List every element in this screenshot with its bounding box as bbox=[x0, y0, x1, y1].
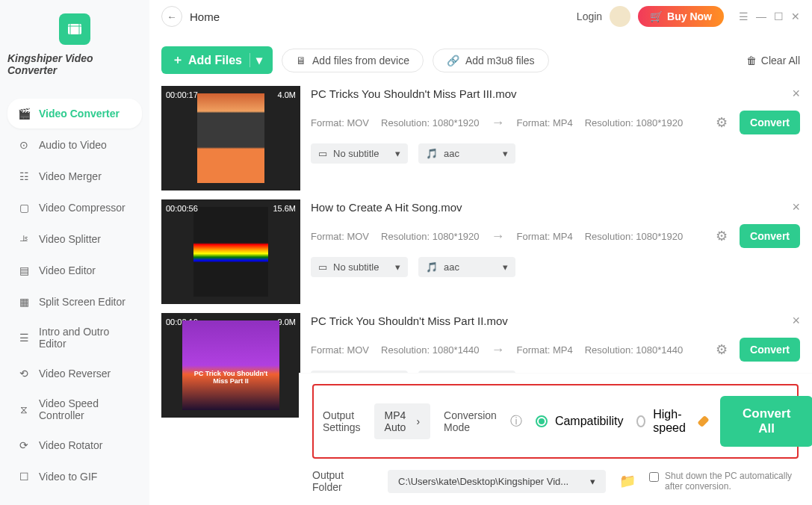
preview-icon bbox=[197, 93, 264, 183]
actionbar: ＋Add Files▾ 🖥Add files from device 🔗Add … bbox=[149, 33, 812, 80]
audio-icon: 🎵 bbox=[426, 261, 438, 273]
sidebar-item-video-merger[interactable]: ☷Video Merger bbox=[7, 161, 142, 191]
convert-all-button[interactable]: Convert All bbox=[720, 396, 812, 447]
sidebar-item-video-editor[interactable]: ▤Video Editor bbox=[7, 255, 142, 285]
remove-file-button[interactable]: × bbox=[792, 86, 800, 102]
open-folder-button[interactable]: 📁 bbox=[619, 473, 636, 489]
login-link[interactable]: Login bbox=[577, 10, 602, 22]
convert-button[interactable]: Convert bbox=[740, 111, 800, 134]
logo-icon bbox=[59, 13, 90, 45]
shutdown-checkbox[interactable]: Shut down the PC automatically after con… bbox=[649, 471, 799, 492]
menu-icon[interactable]: ☰ bbox=[739, 10, 749, 22]
plus-icon: ＋ bbox=[172, 52, 184, 68]
gif-icon: ☐ bbox=[16, 469, 31, 484]
audio-value: aac bbox=[444, 148, 459, 159]
duration-badge: 00:00:17 bbox=[166, 90, 198, 99]
back-button[interactable]: ← bbox=[161, 6, 182, 27]
chevron-down-icon: ▾ bbox=[503, 261, 508, 273]
premium-icon bbox=[697, 415, 709, 427]
avatar[interactable] bbox=[610, 6, 630, 27]
nav-label: Split Screen Editor bbox=[39, 296, 125, 308]
film-icon: 🎬 bbox=[16, 106, 31, 121]
sidebar-item-intro-outro[interactable]: ☰Intro and Outro Editor bbox=[7, 318, 142, 357]
nav-label: Video Merger bbox=[39, 170, 102, 182]
merge-icon: ☷ bbox=[16, 169, 31, 184]
subtitle-dropdown[interactable]: ▭No subtitle▾ bbox=[311, 143, 408, 164]
settings-icon[interactable]: ⚙ bbox=[716, 114, 728, 131]
convert-button[interactable]: Convert bbox=[740, 338, 800, 362]
sidebar-item-video-splitter[interactable]: ⫡Video Splitter bbox=[7, 224, 142, 254]
preview-icon bbox=[193, 207, 268, 297]
logo: Kingshiper Video Converter bbox=[0, 13, 149, 76]
settings-icon[interactable]: ⚙ bbox=[716, 341, 728, 358]
sub-icon: ▭ bbox=[318, 261, 327, 273]
output-format-dropdown[interactable]: MP4 Auto› bbox=[374, 403, 430, 439]
compress-icon: ▢ bbox=[16, 200, 31, 215]
in-format: Format: MOV bbox=[311, 344, 369, 356]
in-format: Format: MOV bbox=[311, 231, 369, 242]
subtitle-dropdown[interactable]: ▭No subtitle▾ bbox=[311, 257, 408, 277]
chevron-down-icon: ▾ bbox=[395, 148, 400, 159]
size-badge: 4.0M bbox=[278, 90, 296, 99]
chevron-down-icon[interactable]: ▾ bbox=[250, 53, 262, 67]
folder-value: C:\Users\kate\Desktop\Kingshiper Vid... bbox=[398, 476, 568, 487]
sidebar-item-video-rotator[interactable]: ⟳Video Rotator bbox=[7, 430, 142, 460]
sidebar-item-split-screen[interactable]: ▦Split Screen Editor bbox=[7, 287, 142, 317]
in-resolution: Resolution: 1080*1920 bbox=[381, 231, 480, 242]
highspeed-radio[interactable]: High-speed bbox=[636, 408, 707, 435]
nav-label: Video Converter bbox=[39, 108, 120, 120]
subtitle-value: No subtitle bbox=[333, 148, 379, 159]
minimize-icon[interactable]: — bbox=[756, 10, 766, 22]
compat-radio[interactable]: Campatibility bbox=[536, 415, 624, 428]
thumbnail[interactable]: 00:00:16 9.0M bbox=[161, 313, 300, 418]
sidebar-item-video-to-gif[interactable]: ☐Video to GIF bbox=[7, 462, 142, 492]
nav-label: Video Rotator bbox=[39, 439, 102, 451]
audio-dropdown[interactable]: 🎵aac▾ bbox=[418, 257, 515, 277]
remove-file-button[interactable]: × bbox=[792, 313, 800, 329]
radio-icon bbox=[536, 415, 548, 427]
add-m3u8-button[interactable]: 🔗Add m3u8 files bbox=[433, 49, 549, 72]
conversion-mode-label: Conversion Mode bbox=[444, 409, 497, 433]
out-resolution: Resolution: 1080*1920 bbox=[585, 117, 684, 128]
nav-label: Intro and Outro Editor bbox=[39, 326, 133, 350]
audio-dropdown[interactable]: 🎵aac▾ bbox=[418, 143, 515, 164]
in-resolution: Resolution: 1080*1920 bbox=[381, 117, 480, 128]
speed-icon: ⧖ bbox=[16, 402, 31, 417]
output-folder-dropdown[interactable]: C:\Users\kate\Desktop\Kingshiper Vid...▾ bbox=[388, 470, 606, 493]
sidebar-item-audio-to-video[interactable]: ⊙Audio to Video bbox=[7, 130, 142, 160]
close-icon[interactable]: ✕ bbox=[791, 10, 800, 22]
maximize-icon[interactable]: ☐ bbox=[774, 10, 784, 22]
output-settings-label: Output Settings bbox=[323, 409, 361, 433]
in-format: Format: MOV bbox=[311, 117, 369, 128]
nav-label: Video Reverser bbox=[39, 368, 111, 379]
clear-all-button[interactable]: 🗑Clear All bbox=[746, 55, 800, 66]
sidebar-item-video-compressor[interactable]: ▢Video Compressor bbox=[7, 193, 142, 223]
subtitle-value: No subtitle bbox=[333, 261, 379, 273]
add-from-device-button[interactable]: 🖥Add files from device bbox=[282, 49, 424, 72]
thumbnail[interactable]: 00:00:17 4.0M bbox=[161, 86, 300, 190]
convert-button[interactable]: Convert bbox=[740, 224, 800, 248]
cart-icon: 🛒 bbox=[650, 10, 663, 22]
buy-now-button[interactable]: 🛒Buy Now bbox=[638, 6, 724, 27]
intro-icon: ☰ bbox=[16, 330, 31, 345]
thumbnail[interactable]: 00:00:56 15.6M bbox=[161, 199, 300, 304]
breadcrumb: Home bbox=[190, 10, 220, 23]
sidebar-item-video-converter[interactable]: 🎬Video Converter bbox=[7, 99, 142, 128]
sidebar-item-video-reverser[interactable]: ⟲Video Reverser bbox=[7, 359, 142, 388]
sub-icon: ▭ bbox=[318, 148, 327, 159]
add-files-button[interactable]: ＋Add Files▾ bbox=[161, 46, 273, 74]
remove-file-button[interactable]: × bbox=[792, 199, 800, 215]
output-folder-label: Output Folder bbox=[312, 469, 374, 493]
info-icon[interactable]: ⓘ bbox=[510, 414, 522, 430]
nav-label: Video to GIF bbox=[39, 471, 97, 483]
radio-icon bbox=[636, 415, 645, 427]
nav-label: Video Speed Controller bbox=[39, 397, 133, 421]
sidebar-item-speed-controller[interactable]: ⧖Video Speed Controller bbox=[7, 390, 142, 429]
out-format: Format: MP4 bbox=[517, 117, 573, 128]
splitscreen-icon: ▦ bbox=[16, 294, 31, 309]
highspeed-label: High-speed bbox=[653, 408, 692, 435]
file-row: 00:00:17 4.0M PC Tricks You Shouldn't Mi… bbox=[161, 86, 800, 190]
settings-icon[interactable]: ⚙ bbox=[716, 228, 728, 244]
main: ← Home Login 🛒Buy Now ☰ — ☐ ✕ ＋Add Files… bbox=[149, 0, 812, 505]
audio-icon: ⊙ bbox=[16, 137, 31, 152]
